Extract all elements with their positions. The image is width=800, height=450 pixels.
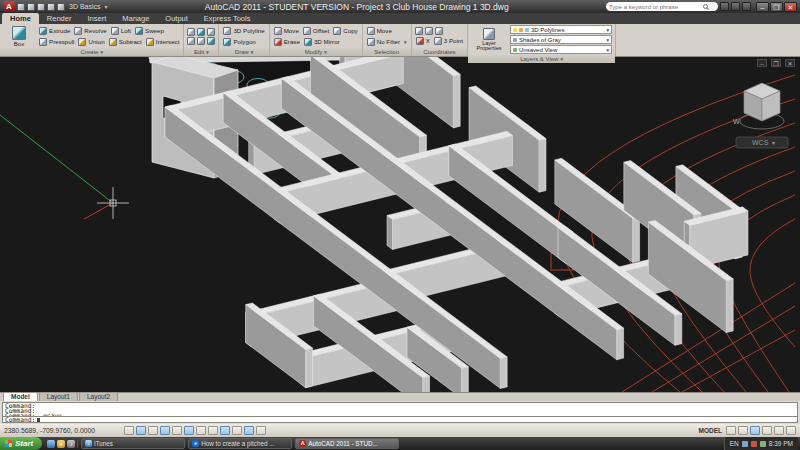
search-icon[interactable] [703,4,708,9]
view-dropdown[interactable]: Unsaved View ▾ [510,45,612,54]
layer-properties-button[interactable]: Layer Properties [471,28,507,52]
open-icon[interactable] [17,3,25,11]
convert-to-solid-icon[interactable] [207,37,215,45]
intersect-button[interactable]: Intersect [145,37,181,47]
tab-express-tools[interactable]: Express Tools [196,13,259,24]
polar-toggle[interactable] [172,426,182,435]
lwt-toggle[interactable] [244,426,254,435]
command-history[interactable]: Command: Command: Command: _qsave [2,402,798,417]
start-button[interactable]: Start [0,437,42,450]
panel-title-create[interactable]: Create▾ [0,48,183,56]
taskbar-button-itunes[interactable]: ♪ iTunes [81,438,185,449]
3dosnap-toggle[interactable] [196,426,206,435]
panel-title-modify[interactable]: Modify▾ [270,48,362,56]
grid-toggle[interactable] [148,426,158,435]
presspull-button[interactable]: Presspull [38,37,75,47]
subtract-button[interactable]: Subtract [108,37,143,47]
panel-title-coordinates[interactable]: Coordinates [412,48,467,56]
snap-toggle[interactable] [136,426,146,435]
browser-icon[interactable]: e [57,440,65,448]
print-icon[interactable] [37,3,45,11]
sweep-button[interactable]: Sweep [134,26,165,36]
language-indicator[interactable]: EN [730,440,739,447]
show-desktop-icon[interactable] [47,440,55,448]
drawing-close-button[interactable]: ✕ [785,59,795,67]
drawing-restore-button[interactable]: ❐ [771,59,781,67]
annotation-scale-icon[interactable] [750,426,760,435]
3d-mirror-button[interactable]: 3D Mirror [303,37,341,47]
model-space-button[interactable]: MODEL [697,427,724,434]
loft-button[interactable]: Loft [110,26,132,36]
panel-title-layers-view[interactable]: Layers & View▾ [468,55,615,63]
viewcube-ucs-menu[interactable]: WCS [752,139,769,146]
gizmo-move-button[interactable]: Move [366,26,408,36]
taskbar-button-autocad[interactable]: A AutoCAD 2011 - STUD... [295,438,399,449]
undo-icon[interactable] [47,3,55,11]
panel-title-draw[interactable]: Draw▾ [219,48,268,56]
3-point-button[interactable]: 3 Point [433,36,464,46]
close-button[interactable]: ✕ [784,2,797,12]
drawing-minimize-button[interactable]: – [757,59,767,67]
erase-button[interactable]: Erase [273,37,301,47]
application-menu-button[interactable]: A [3,1,15,12]
extract-edges-icon[interactable] [197,37,205,45]
tab-output[interactable]: Output [157,13,196,24]
extrude-button[interactable]: Extrude [38,26,71,36]
tab-home[interactable]: Home [2,13,39,24]
offset-button[interactable]: Offset [302,26,330,36]
security-icon[interactable] [751,441,757,447]
box-button[interactable]: Box [3,26,35,47]
communication-center-icon[interactable] [720,2,729,11]
command-input[interactable]: Command: [2,417,798,423]
help-search-box[interactable] [606,2,718,11]
quick-view-drawings-icon[interactable] [738,426,748,435]
layer-dropdown[interactable]: 3D Polylines ▾ [510,25,612,34]
minimize-button[interactable]: – [756,2,769,12]
taskbar-button-browser[interactable]: e How to create a pitched ... [188,438,292,449]
dyn-toggle[interactable] [232,426,242,435]
volume-icon[interactable] [760,441,766,447]
workspace-switcher[interactable]: 3D Basics [67,3,103,10]
taper-faces-icon[interactable] [197,28,205,36]
otrack-toggle[interactable] [208,426,218,435]
panel-title-edit[interactable]: Edit▾ [184,48,218,56]
slice-icon[interactable] [207,28,215,36]
tab-manage[interactable]: Manage [114,13,157,24]
tab-layout1[interactable]: Layout1 [39,392,78,401]
panel-title-selection[interactable]: Selection [363,48,411,56]
union-button[interactable]: Union [77,37,105,47]
revolve-button[interactable]: Revolve [73,26,107,36]
copy-button[interactable]: Copy [332,26,358,36]
tab-render[interactable]: Render [39,13,80,24]
tab-layout2[interactable]: Layout2 [79,392,118,401]
tab-model[interactable]: Model [3,392,38,401]
selection-filter-dropdown[interactable]: No Filter▾ [366,37,408,47]
infer-constraints-toggle[interactable] [124,426,134,435]
tab-insert[interactable]: Insert [79,13,114,24]
ducs-toggle[interactable] [220,426,230,435]
network-icon[interactable] [742,441,748,447]
lock-icon[interactable] [774,426,784,435]
fillet-edge-icon[interactable] [187,28,195,36]
ucs-icon[interactable] [425,27,433,35]
save-icon[interactable] [27,3,35,11]
polygon-button[interactable]: Polygon [222,37,265,47]
redo-icon[interactable] [57,3,65,11]
search-input[interactable] [609,4,701,10]
move-button[interactable]: Move [273,26,300,36]
ortho-toggle[interactable] [160,426,170,435]
workspace-switch-icon[interactable] [762,426,772,435]
ucs-previous-icon[interactable] [435,27,443,35]
qp-toggle[interactable] [256,426,266,435]
media-player-icon[interactable]: ♪ [67,440,75,448]
quick-view-layouts-icon[interactable] [726,426,736,435]
world-ucs-icon[interactable] [415,27,423,35]
clean-screen-icon[interactable] [786,426,796,435]
help-icon[interactable] [742,2,751,11]
x-axis-button[interactable]: X [415,36,431,46]
favorites-icon[interactable] [731,2,740,11]
viewport-canvas[interactable]: W WCS ▾ [0,57,800,392]
drawing-viewport[interactable]: W WCS ▾ – ❐ ✕ [0,57,800,392]
maximize-button[interactable]: ❐ [770,2,783,12]
osnap-toggle[interactable] [184,426,194,435]
